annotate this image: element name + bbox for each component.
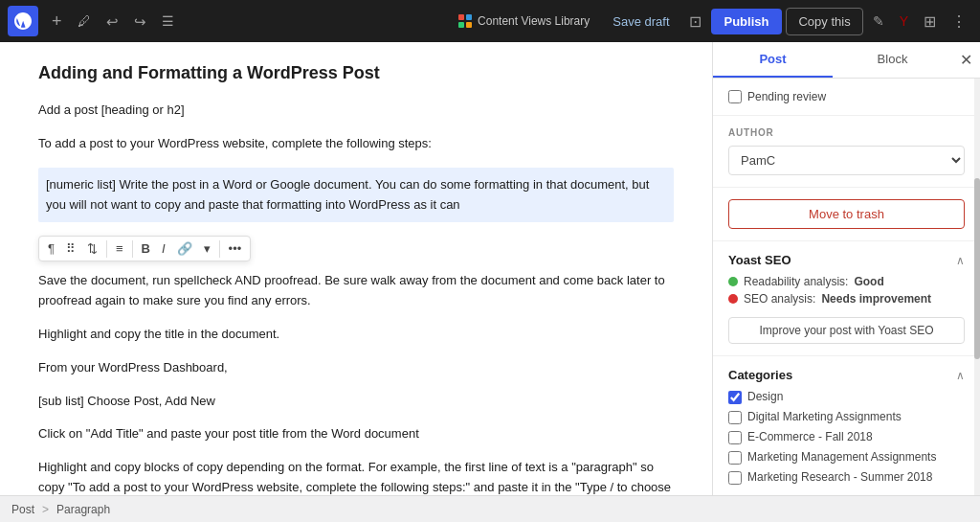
yoast-readability-item: Readability analysis: Good: [728, 275, 965, 288]
editor-para-1[interactable]: To add a post to your WordPress website,…: [38, 134, 674, 154]
paragraph-icon: ¶: [48, 241, 55, 256]
cat-checkbox-marketing-mgmt[interactable]: [728, 451, 742, 465]
yoast-section: Yoast SEO Readability analysis: Good SEO…: [713, 241, 980, 356]
undo-button[interactable]: ↩: [100, 9, 124, 34]
tab-block[interactable]: Block: [833, 42, 952, 78]
settings-button[interactable]: ⊞: [918, 7, 942, 36]
yoast-seo-item: SEO analysis: Needs improvement: [728, 292, 965, 306]
categories-section: Categories Design Digital Marketing Assi…: [713, 356, 980, 495]
seo-value: Needs improvement: [821, 292, 931, 306]
toolbar-separator-3: [219, 240, 220, 258]
edit-icon-button[interactable]: ✎: [867, 8, 890, 34]
copy-this-button[interactable]: Copy this: [786, 8, 862, 35]
editor-area: Adding and Formatting a WordPress Post A…: [0, 42, 712, 495]
editor-para-3[interactable]: Save the document, run spellcheck AND pr…: [38, 271, 674, 311]
drag-icon: ⠿: [66, 241, 76, 256]
updown-icon: ⇅: [87, 241, 98, 256]
save-draft-button[interactable]: Save draft: [603, 9, 679, 34]
sidebar-scrollbar-thumb[interactable]: [974, 178, 980, 359]
link-button[interactable]: 🔗: [172, 238, 197, 259]
toolbar-separator-1: [106, 240, 107, 258]
categories-list: Design Digital Marketing Assignments E-C…: [728, 390, 965, 490]
bold-icon: B: [142, 241, 150, 256]
main-area: Adding and Formatting a WordPress Post A…: [0, 42, 980, 495]
more-options-button[interactable]: ⋮: [946, 7, 972, 36]
yoast-icon-button[interactable]: Y: [894, 8, 914, 34]
block-options-button[interactable]: •••: [224, 238, 247, 259]
italic-icon: I: [162, 241, 166, 256]
editor-para-6[interactable]: [sub list] Choose Post, Add New: [38, 392, 674, 412]
cat-item-design[interactable]: Design: [728, 390, 965, 404]
categories-collapse-icon[interactable]: [956, 369, 965, 382]
categories-title: Categories: [728, 368, 792, 382]
move-up-down-button[interactable]: ⇅: [82, 238, 102, 259]
sidebar-close-button[interactable]: ✕: [952, 42, 980, 78]
author-section: AUTHOR PamC: [713, 116, 980, 188]
drag-handle-button[interactable]: ⠿: [61, 238, 80, 259]
status-post-label[interactable]: Post: [11, 503, 34, 516]
seo-needs-improvement-icon: [728, 294, 738, 304]
content-views-icon: [458, 14, 472, 28]
yoast-collapse-icon[interactable]: [956, 254, 965, 267]
content-views-label: Content Views Library: [478, 14, 590, 28]
toolbar-separator-2: [132, 240, 133, 258]
statusbar: Post > Paragraph: [0, 495, 980, 522]
italic-button[interactable]: I: [157, 238, 170, 259]
readability-good-icon: [728, 277, 738, 286]
categories-header: Categories: [728, 368, 965, 382]
editor-para-8[interactable]: Highlight and copy blocks of copy depend…: [38, 458, 674, 495]
wp-logo: [8, 6, 38, 36]
align-button[interactable]: ≡: [111, 238, 128, 259]
cat-checkbox-digital-marketing[interactable]: [728, 411, 742, 424]
cat-item-marketing-mgmt[interactable]: Marketing Management Assignments: [728, 450, 965, 465]
yoast-header: Yoast SEO: [728, 253, 965, 267]
editor-para-2[interactable]: [numeric list] Write the post in a Word …: [38, 168, 674, 223]
inline-toolbar: ¶ ⠿ ⇅ ≡ B I 🔗 ▾: [38, 236, 251, 261]
yoast-improve-button[interactable]: Improve your post with Yoast SEO: [728, 317, 965, 344]
pending-review-section: Pending review: [713, 79, 980, 116]
add-block-button[interactable]: +: [46, 7, 68, 35]
readability-value: Good: [854, 275, 883, 288]
status-separator: >: [42, 503, 49, 516]
status-paragraph-label[interactable]: Paragraph: [56, 503, 110, 516]
editor-para-4[interactable]: Highlight and copy the title in the docu…: [38, 325, 674, 345]
cat-checkbox-marketing-research[interactable]: [728, 471, 742, 485]
block-options-icon: •••: [229, 241, 242, 256]
sidebar-scrollbar-track: [974, 42, 980, 495]
editor-para-0[interactable]: Add a post [heading or h2]: [38, 101, 674, 121]
dropdown-arrow-icon: ▾: [204, 241, 211, 256]
publish-button[interactable]: Publish: [711, 9, 783, 34]
pending-review-checkbox[interactable]: [728, 90, 742, 103]
author-select[interactable]: PamC: [728, 146, 965, 175]
editor-para-5[interactable]: From your WordPress Dashboard,: [38, 358, 674, 378]
more-rich-button[interactable]: ▾: [199, 238, 215, 259]
link-icon: 🔗: [177, 241, 192, 256]
content-views-button[interactable]: Content Views Library: [449, 9, 599, 34]
preview-button[interactable]: ⊡: [683, 7, 707, 36]
editor-title: Adding and Formatting a WordPress Post: [38, 61, 674, 85]
readability-label: Readability analysis:: [744, 275, 848, 288]
sidebar-tabs: Post Block ✕: [713, 42, 980, 79]
tab-post[interactable]: Post: [713, 42, 833, 78]
editor-para-7[interactable]: Click on "Add Title" and paste your post…: [38, 424, 674, 444]
sidebar: Post Block ✕ Pending review AUTHOR PamC …: [712, 42, 980, 495]
redo-button[interactable]: ↪: [128, 9, 152, 34]
move-to-trash-button[interactable]: Move to trash: [728, 199, 965, 229]
cat-item-digital-marketing[interactable]: Digital Marketing Assignments: [728, 410, 965, 424]
cat-item-marketing-research[interactable]: Marketing Research - Summer 2018: [728, 470, 965, 485]
align-icon: ≡: [116, 241, 123, 256]
tools-button[interactable]: 🖊: [72, 9, 97, 34]
bold-button[interactable]: B: [137, 238, 155, 259]
cat-checkbox-ecommerce[interactable]: [728, 431, 742, 444]
cat-item-ecommerce[interactable]: E-Commerce - Fall 2018: [728, 430, 965, 444]
topbar: + 🖊 ↩ ↪ ☰ Content Views Library Save dra…: [0, 0, 980, 42]
details-button[interactable]: ☰: [156, 9, 180, 34]
cat-checkbox-design[interactable]: [728, 391, 742, 404]
move-to-trash-section: Move to trash: [713, 188, 980, 241]
seo-label: SEO analysis:: [744, 292, 815, 306]
pending-review-label[interactable]: Pending review: [728, 90, 965, 103]
yoast-title: Yoast SEO: [728, 253, 791, 267]
paragraph-tool-button[interactable]: ¶: [43, 238, 59, 259]
author-label: AUTHOR: [728, 127, 965, 138]
